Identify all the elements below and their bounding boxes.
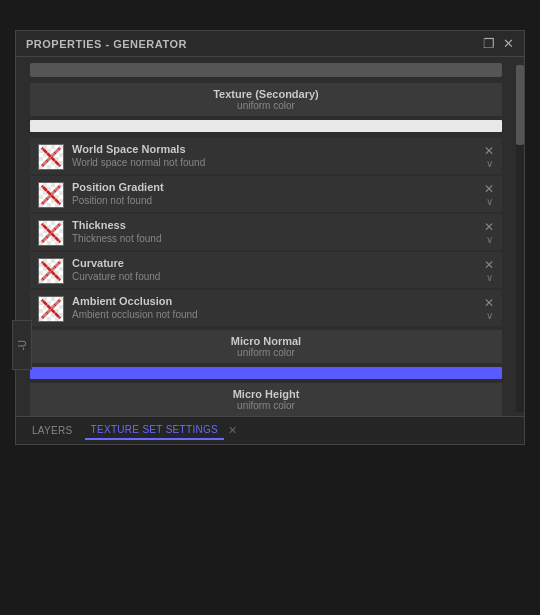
curvature-subtitle: Curvature not found	[72, 271, 478, 282]
curvature-icon	[38, 258, 64, 284]
list-item-ambient-occlusion[interactable]: Ambient Occlusion Ambient occlusion not …	[30, 290, 502, 326]
micro-height-section[interactable]: Micro Height uniform color	[30, 383, 502, 416]
position-gradient-subtitle: Position not found	[72, 195, 478, 206]
world-space-normals-controls: ✕ ∨	[484, 143, 494, 169]
side-handle-label: -U	[17, 340, 28, 351]
bottom-tab-bar: LAYERS TEXTURE SET SETTINGS ✕	[16, 416, 524, 444]
world-space-normals-title: World Space Normals	[72, 143, 478, 155]
position-gradient-expand[interactable]: ∨	[486, 197, 493, 207]
ambient-occlusion-subtitle: Ambient occlusion not found	[72, 309, 478, 320]
scrollbar-track	[516, 65, 524, 412]
micro-height-label: Micro Height	[30, 388, 502, 400]
curvature-text: Curvature Curvature not found	[72, 257, 478, 282]
world-space-normals-subtitle: World space normal not found	[72, 157, 478, 168]
restore-button[interactable]: ❐	[483, 37, 495, 50]
ambient-occlusion-controls: ✕ ∨	[484, 295, 494, 321]
thickness-text: Thickness Thickness not found	[72, 219, 478, 244]
ambient-occlusion-title: Ambient Occlusion	[72, 295, 478, 307]
position-gradient-controls: ✕ ∨	[484, 181, 494, 207]
texture-secondary-section[interactable]: Texture (Secondary) uniform color	[30, 83, 502, 116]
list-item-position-gradient[interactable]: Position Gradient Position not found ✕ ∨	[30, 176, 502, 212]
thickness-controls: ✕ ∨	[484, 219, 494, 245]
curvature-expand[interactable]: ∨	[486, 273, 493, 283]
position-gradient-remove[interactable]: ✕	[484, 183, 494, 195]
position-gradient-title: Position Gradient	[72, 181, 478, 193]
world-space-normals-text: World Space Normals World space normal n…	[72, 143, 478, 168]
world-space-normals-icon	[38, 144, 64, 170]
world-space-normals-expand[interactable]: ∨	[486, 159, 493, 169]
list-item-world-space-normals[interactable]: World Space Normals World space normal n…	[30, 138, 502, 174]
bakers-list: World Space Normals World space normal n…	[30, 138, 502, 326]
ambient-occlusion-remove[interactable]: ✕	[484, 297, 494, 309]
micro-normal-color-strip[interactable]	[30, 367, 502, 379]
thickness-expand[interactable]: ∨	[486, 235, 493, 245]
main-content: Texture (Secondary) uniform color	[16, 57, 516, 444]
curvature-title: Curvature	[72, 257, 478, 269]
ambient-occlusion-icon	[38, 296, 64, 322]
close-button[interactable]: ✕	[503, 37, 514, 50]
title-bar-controls: ❐ ✕	[483, 37, 514, 50]
micro-normal-section[interactable]: Micro Normal uniform color	[30, 330, 502, 363]
position-gradient-icon	[38, 182, 64, 208]
tab-close-button[interactable]: ✕	[228, 424, 237, 437]
curvature-controls: ✕ ∨	[484, 257, 494, 283]
scrollbar-thumb[interactable]	[516, 65, 524, 145]
ambient-occlusion-text: Ambient Occlusion Ambient occlusion not …	[72, 295, 478, 320]
color-preview-strip[interactable]	[30, 120, 502, 132]
curvature-remove[interactable]: ✕	[484, 259, 494, 271]
side-handle[interactable]: -U	[12, 320, 32, 370]
top-color-strip	[30, 63, 502, 77]
tab-layers[interactable]: LAYERS	[26, 422, 79, 439]
tab-texture-set-settings[interactable]: TEXTURE SET SETTINGS	[85, 421, 225, 440]
thickness-title: Thickness	[72, 219, 478, 231]
thickness-icon	[38, 220, 64, 246]
texture-secondary-label: Texture (Secondary)	[30, 88, 502, 100]
window-title: PROPERTIES - GENERATOR	[26, 38, 187, 50]
world-space-normals-remove[interactable]: ✕	[484, 145, 494, 157]
list-item-thickness[interactable]: Thickness Thickness not found ✕ ∨	[30, 214, 502, 250]
micro-normal-sublabel: uniform color	[30, 347, 502, 361]
micro-height-sublabel: uniform color	[30, 400, 502, 414]
ambient-occlusion-expand[interactable]: ∨	[486, 311, 493, 321]
thickness-subtitle: Thickness not found	[72, 233, 478, 244]
texture-secondary-sublabel: uniform color	[30, 100, 502, 114]
list-item-curvature[interactable]: Curvature Curvature not found ✕ ∨	[30, 252, 502, 288]
position-gradient-text: Position Gradient Position not found	[72, 181, 478, 206]
thickness-remove[interactable]: ✕	[484, 221, 494, 233]
title-bar: PROPERTIES - GENERATOR ❐ ✕	[16, 31, 524, 57]
micro-normal-label: Micro Normal	[30, 335, 502, 347]
